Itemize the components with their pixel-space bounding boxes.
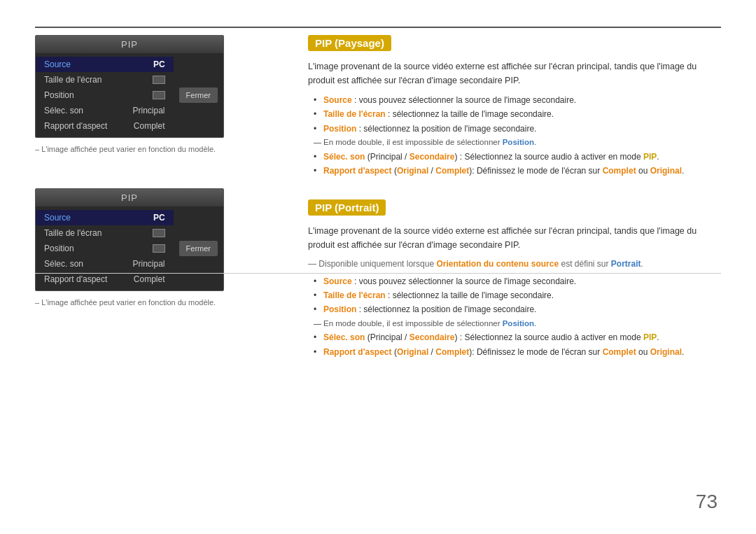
bullet-position-1: Position : sélectionnez la position de l… [314, 122, 721, 136]
section-desc-paysage: L'image provenant de la source vidéo ext… [308, 59, 721, 87]
pip-side-2: Fermer [174, 206, 223, 290]
bullet-rapport-1: Rapport d'aspect (Original / Complet): D… [314, 164, 721, 178]
link-complet-2: Complet [435, 347, 469, 357]
pip-row-son-value-1: Principal [133, 106, 165, 115]
pip-row-son-1[interactable]: Sélec. son Principal [36, 103, 174, 118]
section-title-portrait: PIP (Portrait) [308, 199, 386, 216]
link-son-1: Sélec. son [323, 152, 365, 162]
link-son-2: Sélec. son [323, 332, 365, 342]
bullet-taille-2: Taille de l'écran : sélectionnez la tail… [314, 288, 721, 302]
note-double-1: En mode double, il est impossible de sél… [314, 136, 721, 150]
link-secondaire-1: Secondaire [410, 152, 455, 162]
pip-row-taille-label-2: Taille de l'écran [44, 228, 150, 238]
top-divider [35, 27, 721, 28]
link-source-2: Source [323, 276, 352, 286]
pip-row-source-1[interactable]: Source PC [36, 57, 174, 72]
link-position-note-2: Position [503, 319, 534, 328]
bullet-list-paysage: Source : vous pouvez sélectionner la sou… [308, 93, 721, 178]
note-model-2: – L'image affichée peut varier en foncti… [35, 298, 273, 307]
page-number: 73 [696, 491, 718, 513]
pip-row-rapport-2[interactable]: Rapport d'aspect Complet [36, 272, 174, 287]
right-section-paysage: PIP (Paysage) L'image provenant de la so… [308, 28, 721, 178]
pip-row-position-icon-2 [153, 244, 165, 253]
pip-row-position-2[interactable]: Position [36, 241, 174, 256]
link-original-1: Original [397, 166, 428, 176]
pip-row-taille-1[interactable]: Taille de l'écran [36, 72, 174, 87]
link-original-2: Original [397, 347, 428, 357]
section-desc-portrait: L'image provenant de la source vidéo ext… [308, 224, 721, 252]
pip-row-source-value-2: PC [153, 213, 165, 223]
pip-row-source-label-1: Source [44, 59, 153, 69]
pip-row-rapport-value-1: Complet [134, 121, 165, 131]
link-complet-val-2: Complet [603, 347, 636, 357]
link-original-val-2: Original [650, 347, 682, 357]
bullet-taille-1: Taille de l'écran : sélectionnez la tail… [314, 107, 721, 121]
link-source-1: Source [323, 95, 352, 105]
note-orientation: — Disponible uniquement lorsque Orientat… [308, 259, 721, 269]
right-section-portrait: PIP (Portrait) L'image provenant de la s… [308, 199, 721, 360]
pip-row-rapport-1[interactable]: Rapport d'aspect Complet [36, 118, 174, 134]
link-taille-1: Taille de l'écran [323, 109, 386, 119]
pip-side-1: Fermer [174, 53, 223, 137]
note-model-1: – L'image affichée peut varier en foncti… [35, 145, 273, 153]
pip-title-2: PIP [36, 189, 223, 206]
pip-menu-items-1: Source PC Taille de l'écran Position [36, 53, 174, 137]
note-double-2: En mode double, il est impossible de sél… [314, 317, 721, 331]
link-taille-2: Taille de l'écran [323, 290, 386, 300]
link-principal-1: Principal [370, 152, 402, 162]
pip-menu-area-1: Source PC Taille de l'écran Position [36, 53, 223, 137]
link-secondaire-2: Secondaire [410, 332, 455, 342]
link-orientation: Orientation du contenu source [436, 259, 559, 269]
pip-row-taille-label-1: Taille de l'écran [44, 75, 150, 85]
pip-row-source-value-1: PC [153, 59, 165, 69]
pip-menu-box-1: PIP Source PC Taille de l'écran [35, 35, 224, 138]
link-pip-2: PIP [643, 332, 657, 342]
bullet-list-portrait: Source : vous pouvez sélectionner la sou… [308, 274, 721, 360]
pip-menu-items-2: Source PC Taille de l'écran Position [36, 206, 174, 290]
link-rapport-1: Rapport d'aspect [323, 166, 392, 176]
link-original-val-1: Original [650, 166, 682, 176]
bullet-son-2: Sélec. son (Principal / Secondaire) : Sé… [314, 330, 721, 344]
bullet-son-1: Sélec. son (Principal / Secondaire) : Sé… [314, 150, 721, 164]
pip-row-rapport-label-2: Rapport d'aspect [44, 274, 134, 284]
pip-row-source-label-2: Source [44, 213, 153, 223]
pip-row-position-1[interactable]: Position [36, 87, 174, 103]
bullet-rapport-2: Rapport d'aspect (Original / Complet): D… [314, 345, 721, 359]
pip-row-taille-icon-1 [153, 76, 165, 84]
bullet-source-2: Source : vous pouvez sélectionner la sou… [314, 274, 721, 288]
fermer-button-1[interactable]: Fermer [179, 87, 218, 103]
pip-row-position-icon-1 [153, 91, 165, 99]
pip-menu-area-2: Source PC Taille de l'écran Position [36, 206, 223, 290]
pip-row-source-2[interactable]: Source PC [36, 210, 174, 225]
link-position-2: Position [323, 304, 356, 314]
fermer-button-2[interactable]: Fermer [179, 241, 218, 256]
pip-row-rapport-value-2: Complet [134, 274, 165, 284]
link-pip-1: PIP [643, 152, 657, 162]
link-complet-1: Complet [435, 166, 469, 176]
pip-section-1: PIP Source PC Taille de l'écran [35, 35, 273, 153]
link-position-note-1: Position [503, 138, 534, 146]
link-portrait: Portrait [611, 259, 641, 269]
pip-row-son-label-2: Sélec. son [44, 259, 133, 269]
bullet-source-1: Source : vous pouvez sélectionner la sou… [314, 93, 721, 107]
pip-row-taille-2[interactable]: Taille de l'écran [36, 225, 174, 241]
pip-row-rapport-label-1: Rapport d'aspect [44, 121, 134, 131]
pip-row-taille-icon-2 [153, 229, 165, 237]
pip-title-1: PIP [36, 36, 223, 53]
pip-section-2: PIP Source PC Taille de l'écran Position [35, 188, 273, 307]
bullet-position-2: Position : sélectionnez la position de l… [314, 302, 721, 316]
link-principal-2: Principal [370, 332, 402, 342]
link-complet-val-1: Complet [603, 166, 636, 176]
section-title-paysage: PIP (Paysage) [308, 35, 391, 51]
link-position-1: Position [323, 124, 356, 134]
pip-row-son-value-2: Principal [133, 259, 165, 269]
pip-row-son-label-1: Sélec. son [44, 106, 133, 115]
pip-row-position-label-2: Position [44, 244, 150, 253]
pip-row-position-label-1: Position [44, 90, 150, 100]
link-rapport-2: Rapport d'aspect [323, 347, 392, 357]
pip-menu-box-2: PIP Source PC Taille de l'écran Position [35, 188, 224, 291]
pip-row-son-2[interactable]: Sélec. son Principal [36, 256, 174, 272]
